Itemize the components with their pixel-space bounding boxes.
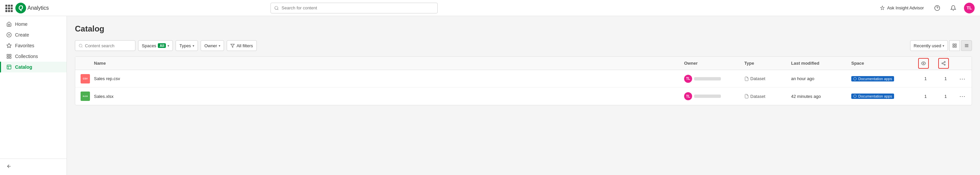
sidebar: Home Create Favorites — [0, 16, 67, 175]
header-type[interactable]: Type — [741, 61, 788, 66]
page-title: Catalog — [75, 24, 972, 34]
svg-point-26 — [923, 63, 924, 64]
row1-count1: 1 — [915, 76, 935, 81]
csv-file-icon: CSV — [81, 74, 90, 83]
header-last-modified[interactable]: Last modified — [788, 61, 849, 66]
svg-line-30 — [943, 63, 944, 64]
sidebar-item-home[interactable]: Home — [0, 19, 67, 29]
row1-name: Sales rep.csv — [91, 76, 681, 81]
row2-more-button[interactable]: ⋯ — [958, 92, 966, 100]
row2-name: Sales.xlsx — [91, 94, 681, 99]
owner-avatar-row1: TL — [684, 75, 692, 83]
header-owner[interactable]: Owner — [681, 61, 741, 66]
list-view-button[interactable] — [961, 40, 972, 51]
row2-owner: TL — [681, 92, 741, 100]
types-filter-button[interactable]: Types ▾ — [175, 40, 198, 51]
row1-count2: 1 — [935, 76, 956, 81]
arrow-left-icon — [6, 164, 12, 169]
svg-rect-9 — [10, 54, 11, 56]
notifications-button[interactable] — [948, 3, 959, 13]
row2-count2: 1 — [935, 94, 956, 99]
sidebar-item-catalog[interactable]: Catalog — [0, 62, 67, 72]
content-search-input[interactable] — [85, 43, 132, 48]
sparkle-icon — [880, 5, 885, 11]
header-space[interactable]: Space — [849, 61, 915, 66]
table-header: Name Owner Type Last modified Space — [75, 57, 972, 70]
dataset-icon — [744, 76, 749, 81]
row2-space: Documentation apps — [849, 93, 915, 99]
svg-point-16 — [79, 44, 82, 47]
grid-view-button[interactable] — [949, 40, 960, 51]
space-badge-row2: Documentation apps — [851, 93, 894, 99]
insight-advisor-button[interactable]: Ask Insight Advisor — [877, 4, 926, 12]
catalog-icon — [6, 64, 12, 70]
space-icon-2 — [853, 95, 857, 98]
filter-bar: Spaces All ▾ Types ▾ Owner ▾ All filte — [75, 40, 972, 51]
spaces-chevron-icon: ▾ — [167, 44, 169, 48]
xlsx-file-icon: XLSX — [81, 92, 90, 101]
owner-name-redacted — [694, 77, 721, 80]
user-avatar[interactable]: TL — [964, 3, 975, 13]
space-icon — [853, 77, 857, 80]
svg-line-1 — [277, 9, 278, 10]
sidebar-item-collections[interactable]: Collections — [0, 51, 67, 62]
svg-rect-19 — [953, 44, 954, 45]
global-search-input[interactable] — [282, 5, 434, 10]
qlik-logo[interactable]: Q Analytics — [15, 3, 49, 13]
sidebar-item-create[interactable]: Create — [0, 29, 67, 40]
grid-view-icon — [952, 43, 957, 48]
svg-rect-21 — [955, 46, 956, 47]
content-search-filter[interactable] — [75, 40, 135, 51]
eye-header-icon — [918, 58, 929, 69]
all-filters-button[interactable]: All filters — [227, 40, 256, 51]
nav-right: Ask Insight Advisor TL — [877, 3, 975, 13]
row2-count1: 1 — [915, 94, 935, 99]
row2-type: Dataset — [741, 94, 788, 99]
bell-icon — [950, 5, 956, 11]
help-button[interactable] — [932, 3, 943, 13]
search-filter-icon — [79, 43, 83, 48]
svg-rect-10 — [10, 57, 11, 58]
spaces-filter-button[interactable]: Spaces All ▾ — [138, 40, 173, 51]
search-icon — [274, 6, 279, 10]
header-share-col — [935, 58, 956, 69]
sidebar-divider — [0, 159, 67, 159]
row2-icon-cell: XLSX — [78, 92, 91, 101]
sidebar-collapse-btn[interactable] — [0, 160, 67, 172]
svg-line-17 — [81, 47, 82, 47]
types-chevron-icon: ▾ — [192, 44, 194, 48]
owner-chevron-icon: ▾ — [219, 44, 220, 48]
table-row[interactable]: XLSX Sales.xlsx TL — [75, 88, 972, 105]
space-badge-row1: Documentation apps — [851, 76, 894, 82]
nav-left: Q Analytics — [5, 3, 49, 13]
svg-point-33 — [854, 95, 856, 98]
main-content: Catalog Spaces All ▾ Types ▾ — [67, 16, 980, 175]
svg-rect-20 — [955, 44, 956, 45]
top-nav: Q Analytics Ask Insight Advisor — [0, 0, 980, 16]
filter-icon — [231, 43, 235, 48]
row1-more[interactable]: ⋯ — [956, 75, 969, 83]
plus-icon — [6, 32, 12, 37]
sidebar-item-favorites[interactable]: Favorites — [0, 40, 67, 51]
svg-point-0 — [275, 6, 278, 9]
owner-filter-button[interactable]: Owner ▾ — [200, 40, 224, 51]
star-icon — [6, 43, 12, 48]
help-icon — [934, 5, 940, 11]
table-row[interactable]: CSV Sales rep.csv TL — [75, 70, 972, 88]
row1-icon-cell: CSV — [78, 74, 91, 83]
header-view-col — [915, 58, 935, 69]
global-search-bar[interactable] — [270, 3, 438, 13]
row1-more-button[interactable]: ⋯ — [958, 75, 966, 83]
recently-used-sort-button[interactable]: Recently used ▾ — [910, 40, 948, 51]
grid-menu-icon[interactable] — [5, 5, 12, 11]
app-container: Q Analytics Ask Insight Advisor — [0, 0, 980, 175]
row2-more[interactable]: ⋯ — [956, 92, 969, 100]
catalog-table: Name Owner Type Last modified Space — [75, 56, 972, 105]
home-icon — [6, 21, 12, 27]
row1-type: Dataset — [741, 76, 788, 81]
owner-name-redacted-2 — [694, 95, 721, 98]
main-layout: Home Create Favorites — [0, 16, 980, 175]
owner-avatar-row2: TL — [684, 92, 692, 100]
header-name[interactable]: Name — [91, 61, 681, 66]
svg-point-32 — [854, 77, 856, 80]
